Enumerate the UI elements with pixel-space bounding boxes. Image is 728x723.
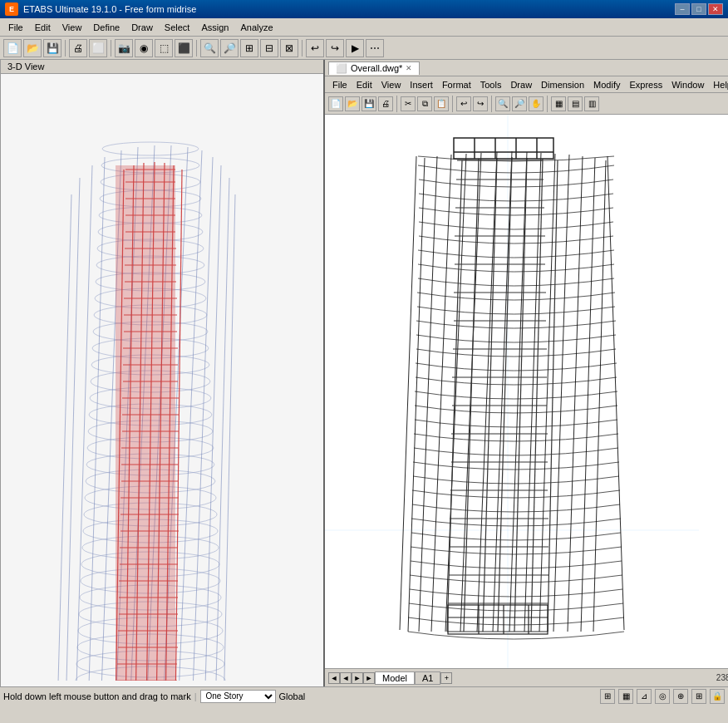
print-button[interactable]: 🖨	[69, 39, 87, 57]
cad-tb-layer[interactable]: ▦	[551, 96, 566, 111]
cad-tb-btn1[interactable]: 📄	[328, 96, 343, 111]
model-tab[interactable]: Model	[375, 671, 415, 685]
cad-tab[interactable]: ⬜ Overall.dwg* ✕	[328, 61, 420, 75]
snap-grid-btn1[interactable]: ⊞	[600, 689, 615, 704]
cad-tb-undo[interactable]: ↩	[456, 96, 471, 111]
cad-menu-modify[interactable]: Modify	[589, 79, 624, 91]
tab-scroll-left1[interactable]: ◄	[328, 672, 340, 684]
cad-toolbar: 📄 📂 💾 🖨 ✂ ⧉ 📋 ↩ ↪ 🔍 🔎 ✋ ▦	[325, 93, 728, 115]
menu-define[interactable]: Define	[88, 21, 125, 34]
lock-btn[interactable]: 🔒	[710, 689, 725, 704]
menu-analyze[interactable]: Analyze	[235, 21, 278, 34]
cad-menu-tools[interactable]: Tools	[476, 79, 506, 91]
cad-bottom-bar: ◄ ◄ ► ► Model A1 + 238657, 597892, 0	[325, 668, 728, 686]
cad-menu-view[interactable]: View	[377, 79, 406, 91]
split-view: 3-D View	[1, 60, 728, 686]
redo-button[interactable]: ↪	[326, 39, 344, 57]
cad-file-icon: ⬜	[336, 63, 347, 74]
ortho-btn[interactable]: ⊿	[637, 689, 652, 704]
svg-line-112	[498, 157, 512, 632]
snap-btn2[interactable]: ⊕	[673, 689, 688, 704]
cad-tb-btn2[interactable]: 📂	[345, 96, 360, 111]
cad-tb-zoom-out[interactable]: 🔎	[512, 96, 527, 111]
cad-tb-pan[interactable]: ✋	[529, 96, 544, 111]
svg-line-101	[493, 151, 512, 632]
cad-tb-copy[interactable]: ⧉	[417, 96, 432, 111]
zoom-fit-button[interactable]: ⊞	[240, 39, 258, 57]
maximize-button[interactable]: □	[691, 3, 706, 15]
menu-file[interactable]: File	[3, 21, 28, 34]
3d-view-label: 3-D View	[7, 61, 44, 71]
cad-menu-dimension[interactable]: Dimension	[537, 79, 588, 91]
menu-select[interactable]: Select	[160, 21, 195, 34]
cad-menu-edit[interactable]: Edit	[352, 79, 376, 91]
open-button[interactable]: 📂	[23, 39, 42, 57]
svg-rect-90	[116, 165, 175, 681]
pointer-button[interactable]: ⋯	[366, 39, 384, 57]
cad-menu-draw[interactable]: Draw	[506, 79, 536, 91]
zoom-window-button[interactable]: ⊟	[260, 39, 278, 57]
cad-menu-help[interactable]: Help	[709, 79, 728, 91]
tab-scroll-left2[interactable]: ◄	[340, 672, 352, 684]
add-tab-btn[interactable]: +	[440, 672, 452, 684]
cad-tb-layer3[interactable]: ▥	[584, 96, 599, 111]
cad-tb-cut[interactable]: ✂	[401, 96, 416, 111]
cad-tab-close[interactable]: ✕	[406, 64, 412, 72]
cad-tb-zoom[interactable]: 🔍	[495, 96, 510, 111]
print2-button[interactable]: ⬜	[89, 39, 107, 57]
cad-tb-btn3[interactable]: 💾	[362, 96, 376, 111]
zoom-prev-button[interactable]: ⊠	[280, 39, 298, 57]
snap-btn1[interactable]: ◎	[655, 689, 670, 704]
tb-btn6[interactable]: ◉	[135, 39, 153, 57]
svg-line-95	[408, 158, 425, 632]
tab-scroll-right1[interactable]: ►	[352, 672, 363, 684]
snap-grid-btn2[interactable]: ▦	[618, 689, 633, 704]
cad-sep2	[452, 96, 453, 112]
title-bar: E ETABS Ultimate 19.1.0 - Free form midr…	[0, 0, 728, 18]
story-select[interactable]: One Story All Stories Similar Stories	[200, 690, 276, 703]
cad-menu-file[interactable]: File	[328, 79, 352, 91]
tab-scroll-right2[interactable]: ►	[363, 672, 375, 684]
minimize-button[interactable]: –	[675, 3, 690, 15]
etabs-3d-canvas[interactable]	[1, 74, 323, 686]
global-label: Global	[279, 691, 306, 701]
cad-tb-redo[interactable]: ↪	[473, 96, 488, 111]
etabs-menu-bar: File Edit View Define Draw Select Assign…	[0, 18, 728, 37]
save-button[interactable]: 💾	[43, 39, 61, 57]
menu-edit[interactable]: Edit	[30, 21, 56, 34]
status-bar: Hold down left mouse button and drag to …	[0, 686, 728, 705]
cad-menu-bar: File Edit View Insert Format Tools Draw …	[325, 76, 728, 93]
tb-btn7[interactable]: ⬚	[155, 39, 173, 57]
svg-line-8	[192, 157, 213, 681]
menu-draw[interactable]: Draw	[126, 21, 158, 34]
coord-btn[interactable]: ⊞	[691, 689, 706, 704]
undo-button[interactable]: ↩	[306, 39, 324, 57]
menu-assign[interactable]: Assign	[196, 21, 234, 34]
screenshot-button[interactable]: 📷	[115, 39, 133, 57]
toolbar-separator3	[196, 40, 197, 57]
cad-menu-window[interactable]: Window	[667, 79, 708, 91]
svg-line-93	[400, 156, 416, 630]
cad-sep1	[396, 96, 397, 112]
new-button[interactable]: 📄	[3, 39, 22, 57]
a1-tab[interactable]: A1	[415, 671, 440, 685]
zoom-in-button[interactable]: 🔍	[200, 39, 219, 57]
zoom-out-button[interactable]: 🔎	[220, 39, 239, 57]
cad-tab-label: Overall.dwg*	[351, 63, 402, 73]
toolbar-separator	[65, 40, 66, 57]
run-button[interactable]: ▶	[346, 39, 364, 57]
cad-tb-layer2[interactable]: ▤	[568, 96, 583, 111]
etabs-toolbar: 📄 📂 💾 🖨 ⬜ 📷 ◉ ⬚ ⬛ 🔍 🔎 ⊞ ⊟ ⊠ ↩ ↪ ▶ ⋯	[0, 37, 728, 60]
cad-tb-paste[interactable]: 📋	[434, 96, 449, 111]
cad-menu-format[interactable]: Format	[438, 79, 475, 91]
cad-canvas[interactable]	[325, 115, 728, 668]
close-button[interactable]: ✕	[708, 3, 723, 15]
cad-menu-insert[interactable]: Insert	[406, 79, 437, 91]
cad-tb-btn4[interactable]: 🖨	[378, 96, 393, 111]
cad-menu-express[interactable]: Express	[625, 79, 667, 91]
cad-sep3	[491, 96, 492, 112]
svg-line-113	[514, 158, 527, 632]
toolbar-separator2	[111, 40, 111, 57]
menu-view[interactable]: View	[57, 21, 87, 34]
tb-btn8[interactable]: ⬛	[175, 39, 193, 57]
